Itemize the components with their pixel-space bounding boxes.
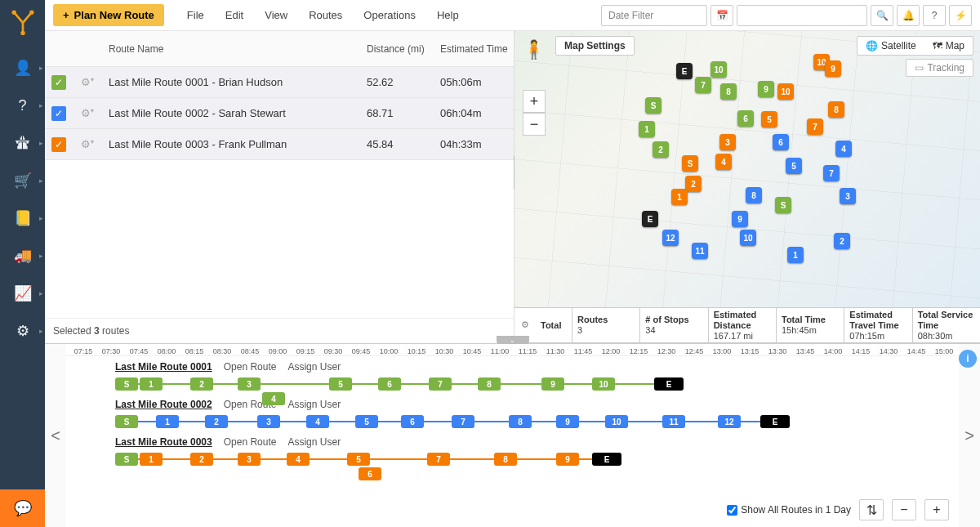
route-row[interactable]: ✓ ⚙▾ Last Mile Route 0001 - Brian Hudson… — [45, 67, 514, 98]
zoom-in-timeline-button[interactable]: + — [924, 499, 949, 520]
map-marker[interactable]: 1 — [787, 247, 804, 263]
map-marker[interactable]: 8 — [828, 101, 844, 118]
route-color-checkbox[interactable]: ✓ — [51, 106, 66, 121]
timeline-stop[interactable]: S — [115, 453, 138, 466]
timeline-stop[interactable]: 1 — [156, 415, 179, 428]
map-marker[interactable]: 7 — [823, 165, 840, 181]
map-marker[interactable]: 8 — [720, 83, 737, 100]
map-settings-button[interactable]: Map Settings — [555, 36, 635, 56]
timeline-stop[interactable]: 3 — [238, 377, 261, 391]
timeline-stop[interactable]: 9 — [556, 453, 579, 466]
gear-icon[interactable]: ⚙▾ — [73, 107, 102, 119]
timeline-stop[interactable]: 1 — [140, 453, 163, 466]
plan-new-route-button[interactable]: +Plan New Route — [53, 4, 164, 26]
timeline-stop[interactable]: 2 — [190, 453, 213, 466]
bell-icon[interactable]: 🔔 — [897, 5, 920, 26]
map-marker[interactable]: 8 — [746, 187, 762, 203]
timeline-route-name[interactable]: Last Mile Route 0001 — [115, 361, 212, 373]
info-bubble-icon[interactable]: i — [959, 350, 977, 368]
chat-button[interactable]: 💬 — [0, 489, 45, 527]
header-distance[interactable]: Distance (mi) — [367, 43, 440, 55]
route-color-checkbox[interactable]: ✓ — [51, 137, 66, 152]
user-settings-icon[interactable]: ⚙▸ — [0, 312, 45, 350]
map-marker[interactable]: 12 — [662, 230, 679, 246]
timeline-stop[interactable]: 10 — [592, 377, 615, 391]
header-route-name[interactable]: Route Name — [102, 43, 367, 55]
cart-icon[interactable]: 🛒▸ — [0, 162, 45, 199]
timeline-next-button[interactable]: > — [959, 344, 980, 527]
assign-user-link[interactable]: Assign User — [287, 436, 341, 448]
timeline-stop[interactable]: 8 — [478, 377, 501, 391]
map-marker[interactable]: 7 — [695, 77, 711, 93]
map-marker[interactable]: E — [676, 63, 693, 79]
search-icon[interactable]: 🔍 — [871, 5, 893, 26]
assign-user-link[interactable]: Assign User — [287, 399, 341, 410]
timeline-stop[interactable]: 3 — [257, 415, 280, 428]
route-row[interactable]: ✓ ⚙▾ Last Mile Route 0003 - Frank Pullma… — [45, 129, 514, 160]
timeline-stop[interactable]: 4 — [287, 453, 310, 466]
map-marker[interactable]: 7 — [807, 118, 823, 135]
timeline-stop[interactable]: 4 — [306, 415, 329, 428]
bolt-icon[interactable]: ⚡ — [949, 5, 972, 26]
menu-file[interactable]: File — [177, 4, 214, 26]
map-marker[interactable]: 6 — [773, 134, 789, 150]
calendar-icon[interactable]: 📅 — [710, 5, 733, 26]
timeline-collapse-handle[interactable]: ⌄ — [497, 336, 529, 344]
route-row[interactable]: ✓ ⚙▾ Last Mile Route 0002 - Sarah Stewar… — [45, 98, 514, 129]
menu-help[interactable]: Help — [427, 4, 469, 26]
map-marker[interactable]: 2 — [685, 176, 702, 192]
menu-view[interactable]: View — [255, 4, 297, 26]
fleet-icon[interactable]: 🚚▸ — [0, 237, 45, 275]
analytics-icon[interactable]: 📈▸ — [0, 275, 45, 312]
timeline-stop[interactable]: 9 — [556, 415, 579, 428]
timeline-stop[interactable]: 6 — [378, 377, 401, 391]
addressbook-icon[interactable]: 📒▸ — [0, 199, 45, 237]
timeline-route-name[interactable]: Last Mile Route 0003 — [115, 436, 212, 448]
map-marker[interactable]: 10 — [777, 83, 794, 100]
menu-routes[interactable]: Routes — [299, 4, 352, 26]
map-marker[interactable]: 10 — [740, 230, 756, 246]
zoom-in-button[interactable]: + — [523, 90, 546, 113]
map-button[interactable]: 🗺Map — [924, 37, 973, 55]
map-marker[interactable]: 9 — [732, 211, 748, 227]
timeline-stop[interactable]: 8 — [494, 453, 517, 466]
timeline-stop[interactable]: 7 — [427, 453, 450, 466]
question-icon[interactable]: ?▸ — [0, 87, 45, 124]
map-marker[interactable]: E — [642, 211, 658, 227]
timeline-route-name[interactable]: Last Mile Route 0002 — [115, 399, 212, 410]
map-marker[interactable]: S — [645, 97, 662, 114]
tracking-button[interactable]: ▭Tracking — [906, 59, 973, 77]
map-marker[interactable]: 3 — [840, 188, 856, 204]
map-marker[interactable]: 4 — [835, 141, 852, 157]
timeline-stop[interactable]: E — [654, 377, 684, 391]
timeline-stop[interactable]: 1 — [140, 377, 163, 391]
map-marker[interactable]: 1 — [639, 121, 655, 137]
timeline-stop[interactable]: 9 — [541, 377, 564, 391]
timeline-stop[interactable]: 6 — [359, 467, 381, 480]
satellite-button[interactable]: 🌐Satellite — [858, 37, 924, 55]
timeline-stop[interactable]: 2 — [205, 415, 228, 428]
header-time[interactable]: Estimated Time — [440, 43, 514, 55]
gear-icon[interactable]: ⚙▾ — [73, 76, 102, 88]
map-marker[interactable]: 1 — [671, 189, 688, 205]
map-marker[interactable]: 5 — [761, 111, 777, 127]
map-marker[interactable]: 9 — [825, 60, 841, 77]
map-marker[interactable]: 11 — [692, 243, 708, 259]
map-marker[interactable]: 2 — [653, 141, 669, 158]
timeline-stop[interactable]: 5 — [347, 453, 370, 466]
expand-vert-button[interactable]: ⇅ — [859, 499, 884, 520]
timeline-stop[interactable]: 10 — [605, 415, 628, 428]
map-marker[interactable]: 4 — [715, 154, 732, 170]
timeline-stop[interactable]: 7 — [429, 377, 452, 391]
assign-user-link[interactable]: Assign User — [287, 361, 341, 373]
timeline-stop[interactable]: 11 — [662, 415, 685, 428]
timeline-stop[interactable]: E — [592, 453, 621, 466]
map-marker[interactable]: S — [775, 197, 791, 213]
routes-icon[interactable]: 🛣▸ — [0, 124, 45, 162]
search-input[interactable] — [737, 5, 867, 26]
help-icon[interactable]: ? — [923, 5, 946, 26]
zoom-out-timeline-button[interactable]: − — [892, 499, 916, 520]
route-color-checkbox[interactable]: ✓ — [51, 75, 66, 90]
open-route-link[interactable]: Open Route — [224, 436, 277, 448]
show-all-routes-checkbox[interactable]: Show All Routes in 1 Day — [727, 504, 851, 516]
